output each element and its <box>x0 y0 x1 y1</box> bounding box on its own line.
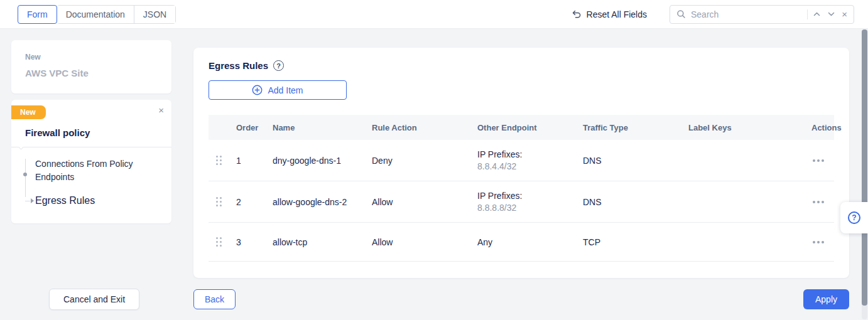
tree-item-label: Connections From Policy Endpoints <box>35 159 133 182</box>
cell-order: 2 <box>230 197 269 207</box>
table-row: 2 allow-google-dns-2 Allow IP Prefixes: … <box>209 181 834 223</box>
search-box: × <box>670 5 854 24</box>
endpoint-type: Any <box>477 237 583 247</box>
cell-traffic-type: DNS <box>583 156 688 166</box>
search-prev-button[interactable] <box>811 9 822 19</box>
search-icon <box>675 8 687 20</box>
new-status-badge: New <box>11 105 46 119</box>
search-input[interactable] <box>691 9 803 19</box>
reset-label: Reset All Fields <box>587 9 647 19</box>
panel-title: Egress Rules <box>209 60 268 71</box>
tree-item-connections[interactable]: Connections From Policy Endpoints <box>35 157 171 184</box>
panel-title-row: Egress Rules ? <box>209 60 834 71</box>
reset-all-fields-button[interactable]: Reset All Fields <box>572 9 647 19</box>
column-header-label-keys: Label Keys <box>688 123 794 132</box>
policy-title: Firewall policy <box>25 127 171 138</box>
tree-corner-line <box>25 197 30 201</box>
tree-arrow-icon <box>31 198 34 203</box>
cell-traffic-type: DNS <box>583 197 688 207</box>
drag-handle-icon[interactable] <box>214 153 225 168</box>
plus-circle-icon <box>252 85 263 95</box>
cell-name: allow-google-dns-2 <box>269 197 372 207</box>
endpoint-value: 8.8.4.4/32 <box>477 161 583 171</box>
column-header-rule-action: Rule Action <box>372 123 477 132</box>
drag-handle-icon[interactable] <box>214 235 225 250</box>
table-header-row: Order Name Rule Action Other Endpoint Tr… <box>209 115 834 140</box>
column-header-name: Name <box>269 123 372 132</box>
row-actions-menu-icon[interactable] <box>811 237 825 247</box>
collapse-notch-icon <box>16 147 26 152</box>
endpoint-value: 8.8.8.8/32 <box>477 203 583 213</box>
policy-divider <box>11 147 171 147</box>
help-tooltip-icon[interactable]: ? <box>273 60 284 71</box>
secondary-tab-group: Documentation JSON <box>57 5 176 24</box>
cell-traffic-type: TCP <box>583 237 688 247</box>
top-toolbar: Form Documentation JSON Reset All Fields <box>0 0 868 29</box>
drag-handle-icon[interactable] <box>214 195 225 210</box>
parent-object-card: New AWS VPC Site <box>11 40 171 93</box>
egress-rules-panel: Egress Rules ? Add Item Order Name Rule … <box>193 48 849 278</box>
tree-item-label: Egress Rules <box>35 195 95 206</box>
cell-name: allow-tcp <box>269 237 372 247</box>
column-header-traffic-type: Traffic Type <box>583 123 688 132</box>
toolbar-right-cluster: Reset All Fields × <box>572 5 854 24</box>
table-row: 1 dny-google-dns-1 Deny IP Prefixes: 8.8… <box>209 140 834 181</box>
tree-item-egress-rules[interactable]: Egress Rules <box>35 194 171 207</box>
endpoint-type: IP Prefixes: <box>477 191 583 201</box>
cell-name: dny-google-dns-1 <box>269 156 372 166</box>
tab-json[interactable]: JSON <box>134 6 175 23</box>
search-close-button[interactable]: × <box>840 8 849 21</box>
cell-other-endpoint: IP Prefixes: 8.8.8.8/32 <box>477 191 583 213</box>
row-actions-menu-icon[interactable] <box>811 156 825 166</box>
column-header-order: Order <box>230 123 269 132</box>
tab-documentation[interactable]: Documentation <box>57 6 134 23</box>
parent-status-label: New <box>25 53 158 61</box>
page-scrollbar[interactable] <box>862 29 867 319</box>
reset-icon <box>572 9 582 19</box>
cell-rule-action: Allow <box>372 237 477 247</box>
apply-button[interactable]: Apply <box>803 289 849 309</box>
policy-section-tree: Connections From Policy Endpoints Egress… <box>35 157 171 207</box>
search-next-button[interactable] <box>826 9 837 19</box>
cell-rule-action: Deny <box>372 156 477 166</box>
parent-object-title: AWS VPC Site <box>25 68 158 78</box>
tree-connector-line <box>25 159 26 197</box>
left-navigation-panel: New AWS VPC Site New × Firewall policy C… <box>11 40 171 223</box>
egress-rules-table: Order Name Rule Action Other Endpoint Tr… <box>209 115 834 262</box>
tree-bullet-icon <box>23 173 27 176</box>
cell-rule-action: Allow <box>372 197 477 207</box>
table-row: 3 allow-tcp Allow Any TCP <box>209 223 834 262</box>
firewall-policy-card: New × Firewall policy Connections From P… <box>11 100 171 223</box>
cell-order: 3 <box>230 237 269 247</box>
cell-other-endpoint: IP Prefixes: 8.8.4.4/32 <box>477 149 583 171</box>
tab-form[interactable]: Form <box>18 5 57 24</box>
close-policy-icon[interactable]: × <box>158 105 164 115</box>
search-divider <box>807 9 808 19</box>
column-header-actions: Actions <box>794 123 842 132</box>
help-circle-icon: ? <box>848 211 860 224</box>
help-floating-button[interactable]: ? <box>840 202 868 233</box>
cancel-and-exit-button[interactable]: Cancel and Exit <box>49 289 139 310</box>
endpoint-type: IP Prefixes: <box>477 149 583 159</box>
add-item-label: Add Item <box>268 85 303 95</box>
view-tab-group: Form Documentation JSON <box>18 5 176 24</box>
add-item-button[interactable]: Add Item <box>209 80 347 100</box>
column-header-other-endpoint: Other Endpoint <box>477 123 583 132</box>
cell-order: 1 <box>230 156 269 166</box>
scrollbar-thumb[interactable] <box>862 29 867 306</box>
cell-other-endpoint: Any <box>477 237 583 247</box>
row-actions-menu-icon[interactable] <box>811 197 825 207</box>
back-button[interactable]: Back <box>193 289 236 309</box>
